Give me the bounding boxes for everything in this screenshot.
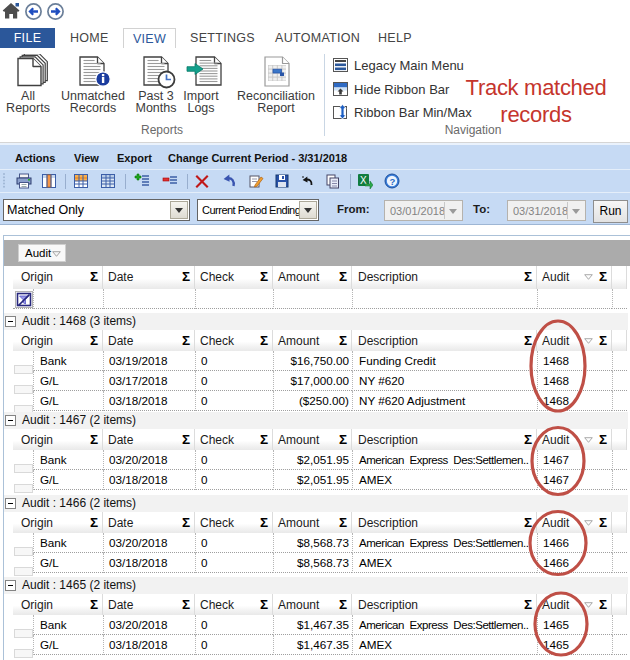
svg-text:?: ? <box>390 176 396 187</box>
